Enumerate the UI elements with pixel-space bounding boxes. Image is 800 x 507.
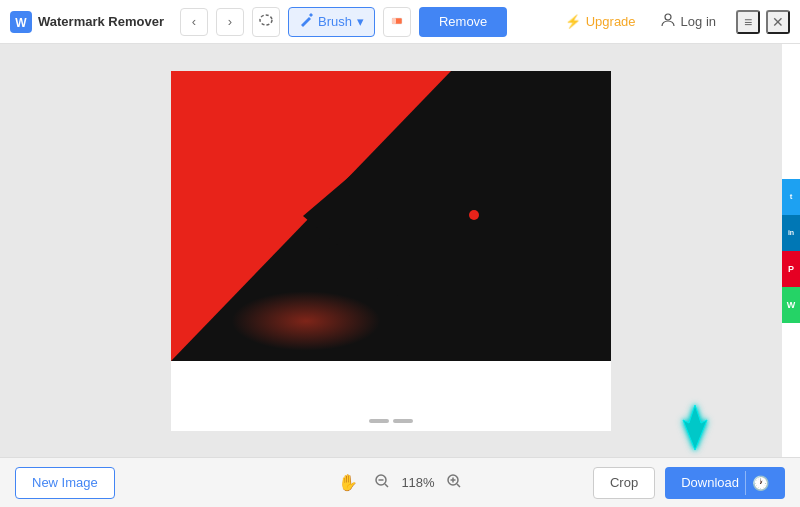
login-button[interactable]: Log in — [652, 12, 724, 31]
canvas-area[interactable] — [0, 44, 782, 457]
pinterest-icon: P — [788, 264, 794, 274]
right-sidebar: t in P W — [782, 44, 800, 457]
image-container — [171, 71, 611, 431]
new-image-button[interactable]: New Image — [15, 467, 115, 499]
close-button[interactable]: ✕ — [766, 10, 790, 34]
clock-icon: 🕐 — [752, 475, 769, 491]
upgrade-button[interactable]: ⚡ Upgrade — [557, 14, 644, 29]
svg-point-2 — [260, 15, 272, 25]
svg-text:W: W — [15, 16, 27, 30]
login-label: Log in — [681, 14, 716, 29]
bottom-right-controls: Crop Download 🕐 — [593, 467, 785, 499]
svg-line-8 — [385, 484, 388, 487]
image-content — [171, 71, 611, 361]
upgrade-label: Upgrade — [586, 14, 636, 29]
twitter-icon: t — [790, 192, 793, 201]
brush-chevron-icon: ▾ — [357, 14, 364, 29]
image-bottom-white — [171, 361, 611, 431]
black-arrow — [303, 131, 403, 301]
brush-label: Brush — [318, 14, 352, 29]
nav-back-icon: ‹ — [192, 14, 196, 29]
linkedin-icon: in — [788, 229, 794, 236]
bottom-bar: New Image ✋ 118% Crop Download 🕐 — [0, 457, 800, 507]
zoom-in-icon[interactable] — [446, 473, 462, 493]
svg-point-5 — [665, 14, 671, 20]
user-icon — [660, 12, 676, 31]
window-controls: ≡ ✕ — [736, 10, 790, 34]
upgrade-icon: ⚡ — [565, 14, 581, 29]
logo-area: W Watermark Remover — [10, 11, 164, 33]
twitter-share-button[interactable]: t — [782, 179, 800, 215]
scroll-dot-1 — [369, 419, 389, 423]
title-bar: W Watermark Remover ‹ › Brush ▾ — [0, 0, 800, 44]
menu-icon: ≡ — [744, 14, 752, 30]
download-label: Download — [681, 475, 739, 490]
scroll-indicators — [369, 419, 413, 423]
remove-button[interactable]: Remove — [419, 7, 507, 37]
zoom-out-icon[interactable] — [374, 473, 390, 493]
app-title: Watermark Remover — [38, 14, 164, 29]
pinterest-share-button[interactable]: P — [782, 251, 800, 287]
linkedin-share-button[interactable]: in — [782, 215, 800, 251]
scroll-dot-2 — [393, 419, 413, 423]
red-splatter — [231, 291, 381, 351]
red-dot-marker — [469, 210, 479, 220]
eraser-icon — [389, 12, 405, 31]
image-canvas — [171, 71, 611, 361]
download-separator — [745, 471, 746, 495]
lasso-tool-button[interactable] — [252, 7, 280, 37]
zoom-controls: ✋ 118% — [338, 473, 462, 493]
eraser-tool-button[interactable] — [383, 7, 411, 37]
close-icon: ✕ — [772, 14, 784, 30]
lasso-icon — [258, 12, 274, 31]
nav-forward-button[interactable]: › — [216, 8, 244, 36]
nav-back-button[interactable]: ‹ — [180, 8, 208, 36]
hand-tool-icon[interactable]: ✋ — [338, 473, 358, 492]
main-area: t in P W — [0, 44, 800, 457]
zoom-level: 118% — [398, 475, 438, 490]
logo-icon: W — [10, 11, 32, 33]
brush-icon — [299, 13, 313, 30]
whatsapp-share-button[interactable]: W — [782, 287, 800, 323]
menu-button[interactable]: ≡ — [736, 10, 760, 34]
crop-button[interactable]: Crop — [593, 467, 655, 499]
svg-line-11 — [457, 484, 460, 487]
brush-tool-button[interactable]: Brush ▾ — [288, 7, 375, 37]
download-button[interactable]: Download 🕐 — [665, 467, 785, 499]
whatsapp-icon: W — [787, 300, 796, 310]
svg-rect-4 — [392, 18, 396, 24]
nav-forward-icon: › — [228, 14, 232, 29]
